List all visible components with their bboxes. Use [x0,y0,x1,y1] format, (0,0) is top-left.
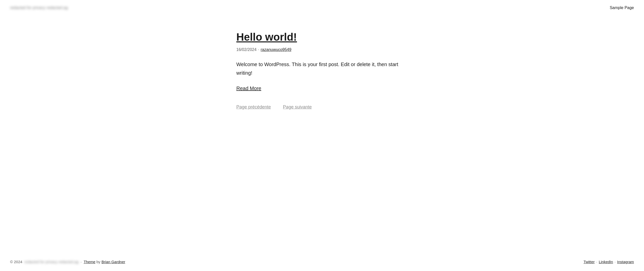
read-more-link[interactable]: Read More [236,84,261,92]
post-author-link[interactable]: razanuwuco9549 [261,46,292,53]
next-page-link[interactable]: Page suivante [283,103,312,111]
post-title-link[interactable]: Hello world! [236,31,297,43]
post-article: Hello world! 16/02/2024 · razanuwuco9549… [236,31,408,101]
post-date: 16/02/2024 [236,46,256,53]
main-nav: Sample Page [610,5,634,11]
prev-page-link[interactable]: Page précédente [236,103,271,111]
site-title: redacted for privacy redacted pg [10,5,68,11]
post-title: Hello world! [236,31,408,43]
main-content: Hello world! 16/02/2024 · razanuwuco9549… [226,31,418,111]
pagination-nav: Page précédente Page suivante [236,103,408,111]
nav-sample-page[interactable]: Sample Page [610,5,634,11]
post-meta: 16/02/2024 · razanuwuco9549 [236,46,408,53]
site-header: redacted for privacy redacted pg Sample … [0,0,644,16]
post-excerpt: Welcome to WordPress. This is your first… [236,60,408,77]
meta-separator: · [258,46,259,53]
